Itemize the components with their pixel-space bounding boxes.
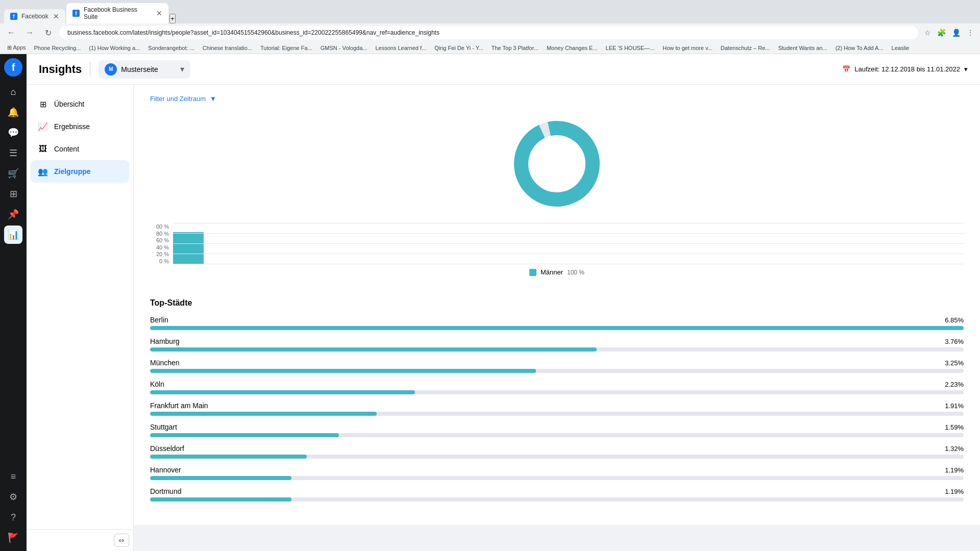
city-header-2: München 3.25%: [150, 359, 964, 367]
sidebar-toggle-button[interactable]: ⇔: [114, 534, 129, 547]
bookmark-8[interactable]: Qing Fei De Yi - Y...: [431, 44, 486, 52]
profile-btn[interactable]: 👤: [950, 27, 963, 39]
sidebar-nav: ⊞ Übersicht 📈 Ergebnisse 🖼 Content 👥 Zie…: [27, 85, 133, 529]
bookmark-star[interactable]: ☆: [922, 27, 933, 39]
city-header-8: Dortmund 1.19%: [150, 487, 964, 495]
city-row-6: Düsseldorf 1.32%: [150, 444, 964, 459]
bookmark-5[interactable]: Tutorial: Eigene Fa...: [257, 44, 315, 52]
sidebar-item-zielgruppe[interactable]: 👥 Zielgruppe: [31, 160, 129, 183]
city-bar-fill-0: [150, 326, 964, 330]
bookmark-12[interactable]: How to get more v...: [659, 44, 716, 52]
alert-icon[interactable]: 🔔: [4, 103, 22, 121]
main-header: Insights M Musterseite ▾ 📅 Laufzeit: 12.…: [27, 54, 980, 85]
pin-icon[interactable]: 📌: [4, 205, 22, 223]
city-bar-bg-7: [150, 476, 964, 480]
uebersicht-icon: ⊞: [37, 98, 49, 110]
city-name-2: München: [150, 359, 180, 367]
extensions-btn[interactable]: 🧩: [935, 27, 948, 39]
bookmark-6[interactable]: GMSN - Vologda...: [317, 44, 371, 52]
zielgruppe-icon: 👥: [37, 165, 49, 178]
city-pct-2: 3.25%: [945, 359, 964, 367]
y-label-0: 00 %: [150, 223, 169, 230]
bookmark-leaslie[interactable]: Leaslie: [889, 44, 913, 52]
chart-icon[interactable]: 📊: [4, 226, 22, 244]
sidebar-label-uebersicht: Übersicht: [54, 100, 84, 108]
city-header-5: Stuttgart 1.59%: [150, 423, 964, 431]
browser-actions: ☆ 🧩 👤 ⋮: [922, 27, 976, 39]
filter-bar[interactable]: Filter und Zeitraum ▼: [150, 95, 964, 103]
list-icon[interactable]: ☰: [4, 144, 22, 162]
bookmark-7[interactable]: Lessons Learned f...: [372, 44, 429, 52]
y-label-40: 40 %: [150, 244, 169, 251]
close-tab-facebook[interactable]: ✕: [53, 12, 59, 20]
forward-button[interactable]: →: [22, 26, 37, 40]
city-name-0: Berlin: [150, 316, 168, 324]
city-header-7: Hannover 1.19%: [150, 466, 964, 474]
bookmark-9[interactable]: The Top 3 Platfor...: [488, 44, 542, 52]
city-name-8: Dortmund: [150, 487, 181, 495]
bookmark-3[interactable]: Sonderangebot: ...: [145, 44, 198, 52]
page-name-label: Musterseite: [121, 65, 158, 73]
sidebar: ⊞ Übersicht 📈 Ergebnisse 🖼 Content 👥 Zie…: [27, 85, 134, 551]
refresh-button[interactable]: ↻: [41, 26, 55, 40]
city-pct-7: 1.19%: [945, 466, 964, 474]
date-range[interactable]: 📅 Laufzeit: 12.12.2018 bis 11.01.2022 ▾: [842, 65, 968, 73]
city-name-3: Köln: [150, 380, 164, 388]
bar-manners: [173, 232, 204, 264]
main-content: Filter und Zeitraum ▼: [134, 85, 980, 551]
date-range-chevron-icon: ▾: [964, 65, 968, 73]
tab-label-business-suite: Facebook Business Suite: [84, 6, 152, 20]
flag-icon[interactable]: 🚩: [4, 529, 22, 547]
sidebar-item-uebersicht[interactable]: ⊞ Übersicht: [31, 93, 129, 115]
bookmark-10[interactable]: Money Changes E...: [544, 44, 601, 52]
settings-icon[interactable]: ⚙: [4, 488, 22, 506]
home-icon[interactable]: ⌂: [4, 83, 22, 101]
city-pct-1: 3.76%: [945, 338, 964, 345]
menu-btn[interactable]: ⋮: [965, 27, 976, 39]
sidebar-item-content[interactable]: 🖼 Content: [31, 138, 129, 160]
bookmark-apps[interactable]: ⊞ Apps: [4, 43, 29, 52]
bookmark-2[interactable]: (1) How Working a...: [86, 44, 143, 52]
sidebar-footer: ⇔: [27, 529, 133, 551]
legend-color-manners: [529, 269, 536, 276]
city-name-7: Hannover: [150, 466, 181, 474]
address-input[interactable]: [59, 26, 918, 39]
close-tab-business-suite[interactable]: ✕: [156, 9, 162, 17]
facebook-logo-icon[interactable]: f: [4, 58, 22, 77]
tab-facebook[interactable]: f Facebook ✕: [4, 9, 65, 23]
help-icon[interactable]: ?: [4, 508, 22, 527]
y-label-20: 20 %: [150, 251, 169, 257]
bookmark-4[interactable]: Chinese translatio...: [200, 44, 255, 52]
city-row-0: Berlin 6.85%: [150, 316, 964, 330]
city-pct-5: 1.59%: [945, 423, 964, 431]
address-bar-row: ← → ↻ ☆ 🧩 👤 ⋮: [0, 23, 980, 42]
bookmark-1[interactable]: Phone Recycling...: [31, 44, 84, 52]
city-header-1: Hamburg 3.76%: [150, 337, 964, 345]
bookmark-15[interactable]: (2) How To Add A...: [832, 44, 887, 52]
new-tab-button[interactable]: +: [169, 14, 176, 23]
bookmark-13[interactable]: Datenschutz – Re...: [718, 44, 773, 52]
chat-icon[interactable]: 💬: [4, 123, 22, 142]
city-name-1: Hamburg: [150, 337, 180, 345]
bar-group: [173, 223, 964, 264]
tab-bar: f Facebook ✕ f Facebook Business Suite ✕…: [0, 0, 980, 23]
back-button[interactable]: ←: [4, 26, 18, 40]
grid-icon[interactable]: ⊞: [4, 185, 22, 203]
city-pct-8: 1.19%: [945, 488, 964, 495]
sidebar-item-ergebnisse[interactable]: 📈 Ergebnisse: [31, 115, 129, 138]
city-pct-6: 1.32%: [945, 445, 964, 453]
cart-icon[interactable]: 🛒: [4, 164, 22, 183]
city-bar-fill-8: [150, 497, 291, 502]
legend: Männer 100 %: [529, 268, 584, 276]
donut-svg: [506, 113, 608, 215]
page-selector[interactable]: M Musterseite ▾: [99, 60, 190, 79]
city-header-0: Berlin 6.85%: [150, 316, 964, 324]
legend-label-manners: Männer: [541, 268, 563, 276]
city-pct-0: 6.85%: [945, 316, 964, 324]
rail-menu-icon[interactable]: ≡: [4, 467, 22, 486]
bookmark-11[interactable]: LEE 'S HOUSE—...: [603, 44, 658, 52]
content-area: Filter und Zeitraum ▼: [134, 85, 980, 298]
bookmark-14[interactable]: Student Wants an...: [775, 44, 830, 52]
city-bar-fill-7: [150, 476, 291, 480]
tab-business-suite[interactable]: f Facebook Business Suite ✕: [66, 3, 168, 23]
